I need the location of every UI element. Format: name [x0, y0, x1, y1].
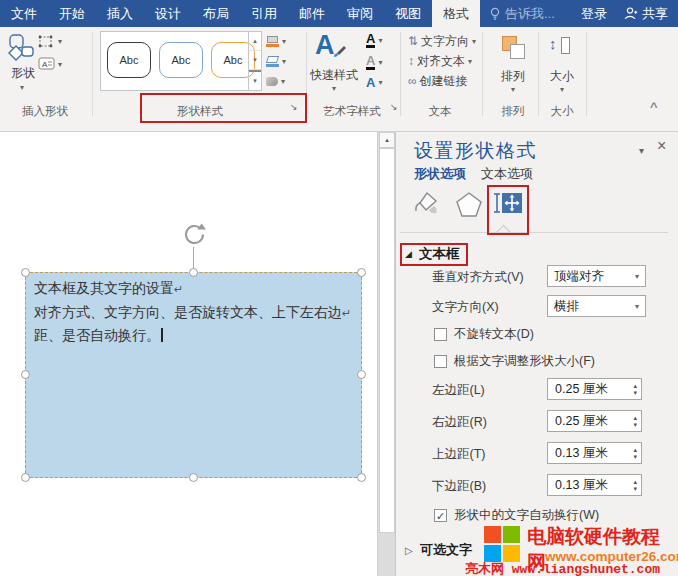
spinner-arrows-icon[interactable]: ▴▾ [633, 382, 637, 396]
shape-outline-button[interactable]: ▾ [266, 53, 286, 69]
resize-handle-sw[interactable] [21, 473, 30, 482]
resize-handle-ne[interactable] [357, 268, 366, 277]
resize-handle-w[interactable] [21, 370, 30, 379]
text-fill-button[interactable]: A ▾ [366, 32, 382, 48]
textbox-text[interactable]: 文本框及其文字的设置↵ 对齐方式、文字方向、是否旋转文本、上下左右边↵ 距、是否… [34, 277, 356, 347]
margin-left-spinner[interactable]: 0.25 厘米 ▴▾ [547, 378, 642, 400]
tab-design[interactable]: 设计 [144, 0, 192, 27]
group-divider [306, 32, 307, 116]
text-direction-button[interactable]: ⇅ 文字方向 ▾ [408, 33, 476, 49]
title-bar: 文件 开始 插入 设计 布局 引用 邮件 审阅 视图 格式 告诉我... 登录 … [0, 0, 678, 27]
tab-text-options[interactable]: 文本选项 [481, 165, 533, 183]
quick-styles-button[interactable]: 快速样式 [310, 67, 358, 84]
resize-fit-checkbox[interactable]: 根据文字调整形状大小(F) [434, 353, 595, 370]
rotate-handle-icon[interactable] [182, 222, 207, 247]
group-divider [586, 32, 587, 116]
bulb-icon [489, 7, 501, 21]
alt-text-section-header[interactable]: 可选文字 [420, 541, 472, 559]
size-button[interactable]: 大小 [550, 68, 574, 85]
layout-properties-icon[interactable] [493, 189, 523, 217]
resize-handle-n[interactable] [189, 268, 198, 277]
gallery-scroll-up-icon[interactable]: ▴ [249, 32, 261, 51]
tab-format[interactable]: 格式 [432, 0, 480, 27]
section-expand-icon[interactable]: ◢ [405, 249, 412, 259]
tab-shape-options[interactable]: 形状选项 [414, 165, 466, 183]
align-text-button[interactable]: ↕ 对齐文本 ▾ [408, 53, 472, 69]
group-divider [482, 32, 483, 116]
text-effects-icon: A [366, 76, 375, 89]
no-rotate-checkbox[interactable]: 不旋转文本(D) [434, 326, 534, 343]
margin-bottom-label: 下边距(B) [432, 478, 486, 495]
gallery-scroll-down-icon[interactable]: ▾ [249, 51, 261, 70]
spinner-arrows-icon[interactable]: ▴▾ [633, 478, 637, 492]
pane-close-icon[interactable]: × [657, 137, 666, 155]
edit-shape-dropdown-icon[interactable]: ▾ [58, 37, 62, 46]
pane-menu-icon[interactable]: ▾ [639, 145, 644, 156]
tab-mailings[interactable]: 邮件 [288, 0, 336, 27]
document-scrollbar[interactable]: ▴ [377, 132, 395, 576]
document-area[interactable]: 文本框及其文字的设置↵ 对齐方式、文字方向、是否旋转文本、上下左右边↵ 距、是否… [0, 132, 395, 576]
arrange-dropdown-icon[interactable]: ▾ [511, 85, 515, 94]
shape-fill-button[interactable]: ▾ [266, 33, 286, 49]
shape-styles-dialog-launcher-icon[interactable]: ↘ [290, 102, 298, 112]
tab-references[interactable]: 引用 [240, 0, 288, 27]
collapse-ribbon-icon[interactable]: ^ [650, 99, 658, 114]
shapes-dropdown-icon[interactable]: ▾ [20, 83, 24, 92]
arrange-button[interactable]: 排列 [501, 68, 525, 85]
pane-separator [400, 232, 668, 233]
draw-textbox-icon[interactable]: A [38, 57, 55, 70]
person-icon [623, 6, 638, 21]
edit-shape-icon[interactable] [38, 35, 54, 49]
tab-home[interactable]: 开始 [48, 0, 96, 27]
resize-handle-s[interactable] [189, 473, 198, 482]
spinner-arrows-icon[interactable]: ▴▾ [633, 414, 637, 428]
group-shape-styles-label: 形状样式 [165, 104, 235, 119]
tab-review[interactable]: 审阅 [336, 0, 384, 27]
tab-file[interactable]: 文件 [0, 0, 48, 27]
sign-in-button[interactable]: 登录 [571, 0, 617, 27]
valign-dropdown[interactable]: 顶端对齐 ▾ [547, 265, 646, 287]
wrap-text-checkbox[interactable]: ✓ 形状中的文字自动换行(W) [434, 507, 599, 524]
selected-textbox[interactable]: 文本框及其文字的设置↵ 对齐方式、文字方向、是否旋转文本、上下左右边↵ 距、是否… [25, 272, 362, 478]
group-divider [92, 32, 93, 116]
margin-top-spinner[interactable]: 0.13 厘米 ▴▾ [547, 442, 642, 464]
alt-text-expand-icon[interactable]: ▷ [405, 545, 413, 556]
resize-handle-nw[interactable] [21, 268, 30, 277]
wordart-dialog-launcher-icon[interactable]: ↘ [390, 102, 398, 112]
tab-layout[interactable]: 布局 [192, 0, 240, 27]
resize-handle-e[interactable] [357, 370, 366, 379]
insert-shapes-icon[interactable] [6, 32, 36, 62]
resize-handle-se[interactable] [357, 473, 366, 482]
scrollbar-thumb[interactable] [379, 148, 395, 533]
shape-style-preview-2[interactable]: Abc [159, 42, 203, 78]
shape-effects-button[interactable]: ▾ [266, 73, 285, 89]
text-effects-button[interactable]: A ▾ [366, 76, 382, 89]
checkbox-checked-icon: ✓ [434, 509, 447, 522]
tab-insert[interactable]: 插入 [96, 0, 144, 27]
effects-icon[interactable] [454, 190, 484, 218]
share-button[interactable]: 共享 [617, 0, 678, 27]
section-textbox-header[interactable]: 文本框 [419, 245, 460, 263]
fill-line-icon[interactable] [410, 188, 442, 218]
margin-bottom-spinner[interactable]: 0.13 厘米 ▴▾ [547, 474, 642, 496]
size-dropdown-icon[interactable]: ▾ [560, 85, 564, 94]
group-size-label: 大小 [537, 104, 587, 119]
textbox-dropdown-icon[interactable]: ▾ [58, 60, 62, 69]
tell-me-box[interactable]: 告诉我... [480, 0, 564, 27]
text-direction-dropdown[interactable]: 横排 ▾ [547, 295, 646, 317]
format-shape-pane: 设置形状格式 ▾ × 形状选项 文本选项 ◢ 文本框 垂直对齐方式(V) [395, 132, 678, 576]
scroll-up-icon[interactable]: ▴ [379, 132, 395, 148]
create-link-button[interactable]: ∞ 创建链接 [408, 73, 468, 89]
text-outline-button[interactable]: A ▾ [366, 54, 382, 70]
margin-right-spinner[interactable]: 0.25 厘米 ▴▾ [547, 410, 642, 432]
shape-style-preview-1[interactable]: Abc [107, 42, 151, 78]
gallery-more-icon[interactable]: ▾ [249, 70, 261, 90]
word-window: 文件 开始 插入 设计 布局 引用 邮件 审阅 视图 格式 告诉我... 登录 … [0, 0, 678, 576]
shapes-gallery-button[interactable]: 形状 [8, 65, 38, 82]
spinner-arrows-icon[interactable]: ▴▾ [633, 446, 637, 460]
quick-styles-dropdown-icon[interactable]: ▾ [332, 84, 336, 93]
tab-view[interactable]: 视图 [384, 0, 432, 27]
margin-right-label: 右边距(R) [432, 414, 487, 431]
chevron-down-icon: ▾ [635, 272, 639, 281]
group-insert-shapes-label: 插入形状 [10, 104, 80, 119]
